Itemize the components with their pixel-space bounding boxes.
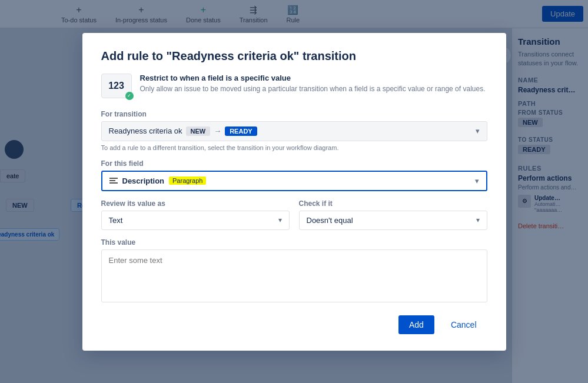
modal: Add rule to "Readyness criteria ok" tran… (82, 33, 506, 351)
rule-desc-row: 123 ✓ Restrict to when a field is a spec… (101, 74, 487, 98)
for-this-field-group: For this field Description Paragraph ▾ (101, 159, 487, 191)
modal-footer: Add Cancel (101, 315, 487, 334)
transition-from-chip: NEW (186, 126, 211, 136)
review-check-row: Review its value as Text ▾ Check if it D… (101, 199, 487, 230)
rule-sub: Only allow an issue to be moved using a … (140, 84, 486, 94)
check-label: Check if it (299, 199, 487, 208)
this-value-label: This value (101, 238, 487, 247)
this-value-textarea[interactable] (101, 249, 487, 302)
field-type-tag: Paragraph (169, 176, 206, 185)
check-value: Doesn't equal (307, 216, 353, 225)
rule-icon-box: 123 ✓ (101, 74, 132, 98)
this-value-group: This value (101, 238, 487, 305)
cancel-button[interactable]: Cancel (440, 315, 487, 334)
for-this-field-label: For this field (101, 159, 487, 168)
transition-chips: Readyness criteria ok NEW → READY (109, 126, 257, 136)
add-button[interactable]: Add (398, 315, 434, 334)
field-dropdown[interactable]: Description Paragraph ▾ (101, 171, 487, 191)
for-transition-label: For transition (101, 110, 487, 118)
rule-icon-check: ✓ (125, 92, 134, 100)
rule-name: Restrict to when a field is a specific v… (140, 74, 486, 82)
rule-icon: 123 (108, 81, 124, 91)
transition-name: Readyness criteria ok (109, 126, 182, 135)
modal-overlay: Add rule to "Readyness criteria ok" tran… (0, 0, 588, 383)
arrow-icon: → (214, 126, 221, 135)
modal-title: Add rule to "Readyness criteria ok" tran… (101, 49, 487, 63)
check-group: Check if it Doesn't equal ▾ (299, 199, 487, 230)
transition-hint: To add a rule to a different transition,… (101, 144, 487, 151)
chevron-down-icon: ▾ (476, 126, 480, 135)
rule-desc-text: Restrict to when a field is a specific v… (140, 74, 486, 94)
check-select[interactable]: Doesn't equal ▾ (299, 211, 487, 230)
review-caret-icon: ▾ (278, 216, 282, 224)
review-group: Review its value as Text ▾ (101, 199, 290, 230)
field-inner: Description Paragraph (109, 176, 207, 185)
transition-to-chip: READY (225, 126, 257, 136)
lines-icon (109, 178, 118, 184)
field-chevron-down-icon: ▾ (475, 176, 479, 185)
transition-dropdown[interactable]: Readyness criteria ok NEW → READY ▾ (101, 121, 487, 141)
review-select[interactable]: Text ▾ (101, 211, 290, 230)
review-value: Text (109, 216, 123, 225)
for-transition-group: For transition Readyness criteria ok NEW… (101, 110, 487, 151)
field-name-text: Description (122, 176, 165, 185)
review-label: Review its value as (101, 199, 290, 208)
check-caret-icon: ▾ (476, 216, 480, 224)
